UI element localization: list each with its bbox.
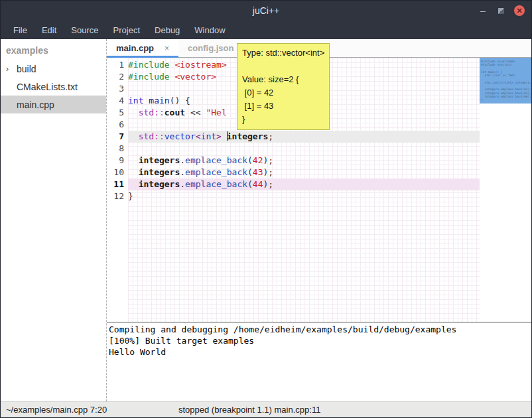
sidebar-item-build[interactable]: › build [1,60,106,78]
sidebar-item-label: CMakeLists.txt [17,82,78,92]
menu-bar: FileEditSourceProjectDebugWindow [1,21,531,39]
code-line[interactable]: integers.emplace_back(42); [128,155,480,167]
line-number[interactable]: 2 [107,71,124,83]
tab-maincpp[interactable]: main.cpp × [107,39,178,57]
sidebar-item-label: main.cpp [17,100,54,110]
output-line: Compiling and debugging /home/eidheim/ex… [109,324,529,335]
tooltip-type-line: Type: std::vector<int> [242,46,324,60]
status-debug-state: stopped (breakpoint 1.1) main.cpp:11 [178,405,320,415]
code-line[interactable] [128,143,480,155]
code-line[interactable]: integers.emplace_back(43); [128,167,480,178]
minimap-viewport[interactable]: #include <iostream>#include <vector> int… [480,58,531,104]
menu-source[interactable]: Source [64,23,105,38]
line-number[interactable]: 12 [107,190,124,202]
code-line[interactable]: integers.emplace_back(44); [128,178,480,190]
tab-configjson[interactable]: config.json [178,39,243,57]
output-line: [100%] Built target examples [109,335,529,346]
tooltip-line: } [242,113,324,126]
menu-window[interactable]: Window [187,23,232,38]
status-bar: ~/examples/main.cpp 7:20 stopped (breakp… [1,401,531,417]
output-line: Hello World [109,346,529,358]
tooltip-line: Value: size=2 { [242,73,324,86]
line-number[interactable]: 4 [107,95,124,107]
maximize-icon[interactable] [498,8,504,14]
file-tree-root-label: examples [1,40,106,60]
close-icon[interactable]: ✕ [514,5,525,16]
line-number[interactable]: 3 [107,83,124,95]
title-bar: juCi++ – ✕ [1,1,531,21]
window-title: juCi++ [1,5,531,16]
line-number[interactable]: 6 [107,119,124,131]
line-number[interactable]: 7 [107,131,124,143]
code-line[interactable]: } [128,190,480,202]
sidebar-item-label: build [17,64,36,74]
file-tree-sidebar: examples › build CMakeLists.txt main.cpp [1,39,107,401]
line-number[interactable]: 1 [107,59,124,71]
minimize-icon[interactable]: – [478,5,488,16]
sidebar-item-cmakelists[interactable]: CMakeLists.txt [1,78,106,96]
tab-close-icon[interactable]: × [165,44,169,53]
line-number[interactable]: 5 [107,107,124,119]
tooltip-value-lines: Value: size=2 { [0] = 42 [1] = 43} [242,73,324,126]
sidebar-item-maincpp[interactable]: main.cpp [1,96,106,113]
menu-edit[interactable]: Edit [34,23,64,38]
line-number[interactable]: 10 [107,167,124,178]
menu-file[interactable]: File [6,23,34,38]
minimap: #include <iostream>#include <vector> int… [480,58,531,322]
menu-debug[interactable]: Debug [147,23,187,38]
line-number[interactable]: 11 [107,178,124,190]
line-number-gutter[interactable]: 123456789101112 [107,58,128,322]
code-line[interactable]: std::vector<int> integers; [128,131,480,143]
debug-value-tooltip: Type: std::vector<int> Value: size=2 { [… [237,43,330,130]
tab-label: config.json [188,43,233,53]
chevron-right-icon[interactable]: › [6,64,17,74]
line-number[interactable]: 8 [107,143,124,155]
tooltip-line: [1] = 43 [242,100,324,113]
menu-project[interactable]: Project [106,23,147,38]
tooltip-line: [0] = 42 [242,86,324,100]
build-output-panel[interactable]: Compiling and debugging /home/eidheim/ex… [107,322,531,401]
line-number[interactable]: 9 [107,155,124,167]
app-window: juCi++ – ✕ FileEditSourceProjectDebugWin… [0,0,532,418]
status-file-position: ~/examples/main.cpp 7:20 [6,405,107,415]
window-controls: – ✕ [478,1,525,21]
tab-label: main.cpp [116,43,154,53]
